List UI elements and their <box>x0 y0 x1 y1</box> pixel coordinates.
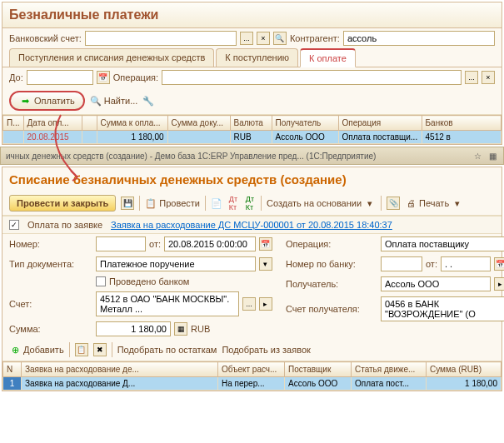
tab-flows[interactable]: Поступления и списания денежных средств <box>9 48 214 67</box>
pay-button[interactable]: ➡ Оплатить <box>9 91 85 111</box>
post-button[interactable]: 📋 Провести <box>145 197 200 209</box>
from-label: от: <box>149 239 161 249</box>
banknum-field[interactable] <box>381 256 422 271</box>
calendar-icon[interactable]: 📅 <box>259 237 272 251</box>
bank-account-field[interactable] <box>85 31 237 46</box>
doctype-label: Тип документа: <box>9 259 92 269</box>
search-icon: 🔍 <box>90 95 102 107</box>
list-icon[interactable]: 📄 <box>211 197 222 209</box>
bank-processed-label: Проведено банком <box>109 276 189 286</box>
bankfrom-label: от: <box>426 259 437 269</box>
delete-icon[interactable]: ✖ <box>93 343 107 356</box>
sum-label: Сумма: <box>9 324 92 334</box>
bankfrom-field[interactable]: . . <box>441 256 491 271</box>
operation-field2[interactable]: Оплата поставщику <box>381 236 504 251</box>
window-title-bar: ичных денежных средств (создание) - Демо… <box>0 147 504 165</box>
pick-requests-button[interactable]: Подобрать из заявок <box>222 345 310 355</box>
bankfrom-calendar-icon[interactable]: 📅 <box>494 257 504 271</box>
bank-processed-checkbox[interactable] <box>96 276 106 286</box>
table-row[interactable]: 1 Заявка на расходование Д... На перер..… <box>3 377 502 391</box>
account-label: Счет: <box>9 299 92 309</box>
op-ellipsis[interactable]: ... <box>465 71 478 84</box>
col-n[interactable]: N <box>3 362 22 377</box>
doctype-dropdown[interactable]: ▾ <box>259 257 272 271</box>
banknum-label: Номер по банку: <box>286 259 377 269</box>
col-operation[interactable]: Операция <box>338 116 422 131</box>
counterparty-label: Контрагент: <box>290 33 340 43</box>
dt2-icon[interactable]: ДтКт <box>244 197 256 209</box>
col-p[interactable]: П... <box>3 116 24 131</box>
col-object[interactable]: Объект расч... <box>218 362 285 377</box>
counterparty-field[interactable]: ассоль <box>343 31 495 46</box>
tab-to-pay[interactable]: К оплате <box>300 48 356 67</box>
operation-label2: Операция: <box>286 239 377 249</box>
date-field[interactable]: 20.08.2015 0:00:00 <box>164 236 256 251</box>
arrow-right-icon: ➡ <box>19 95 31 107</box>
sum-calc-icon[interactable]: ▦ <box>174 322 187 336</box>
print-icon: 🖨 <box>405 197 417 209</box>
window-title-text: ичных денежных средств (создание) - Демо… <box>6 152 376 161</box>
number-label: Номер: <box>9 239 92 249</box>
grid-icon[interactable]: ▦ <box>487 150 498 162</box>
do-label: До: <box>9 72 23 82</box>
post-icon: 📋 <box>145 197 157 209</box>
lines-table: N Заявка на расходование де... Объект ра… <box>2 361 502 391</box>
bank-search[interactable]: 🔍 <box>273 32 287 45</box>
col-request[interactable]: Заявка на расходование де... <box>22 362 218 377</box>
col-bank[interactable]: Банков <box>422 116 501 131</box>
bank-clear[interactable]: × <box>257 32 270 45</box>
tab-incoming[interactable]: К поступлению <box>216 48 298 67</box>
doctype-field[interactable]: Платежное поручение <box>96 256 256 271</box>
chevron-down-icon: ▾ <box>452 197 463 209</box>
do-field[interactable] <box>27 70 93 85</box>
account-open[interactable]: ▸ <box>259 297 272 311</box>
pay-by-request-checkbox[interactable]: ✓ <box>9 220 19 230</box>
save-close-button[interactable]: Провести и закрыть <box>9 195 116 212</box>
table-row[interactable]: 20.08.2015 1 180,00 RUB Ассоль ООО Оплат… <box>3 131 502 144</box>
request-link[interactable]: Заявка на расходование ДС МСЦУ-000001 от… <box>111 220 392 230</box>
recip-account-field[interactable]: 0456 в БАНК "ВОЗРОЖДЕНИЕ" (О <box>381 296 504 321</box>
account-field[interactable]: 4512 в ОАО "БАНК МОСКВЫ". Металл ... <box>96 291 239 316</box>
create-based-button[interactable]: Создать на основании▾ <box>267 197 376 209</box>
favorite-icon[interactable]: ☆ <box>472 150 483 162</box>
recipient-field[interactable]: Ассоль ООО <box>381 276 491 291</box>
operation-field[interactable] <box>162 70 462 85</box>
bank-ellipsis[interactable]: ... <box>240 32 253 45</box>
pay-by-request-label: Оплата по заявке <box>27 220 102 230</box>
pay-button-label: Оплатить <box>34 96 75 106</box>
recipient-open[interactable]: ▸ <box>494 277 504 291</box>
col-sum[interactable]: Сумма (RUB) <box>427 362 502 377</box>
col-currency[interactable]: Валюта <box>230 116 272 131</box>
top-title: Безналичные платежи <box>2 2 502 28</box>
find-button[interactable]: 🔍 Найти... <box>90 95 138 107</box>
bottom-panel: Списание безналичных денежных средств (с… <box>2 167 502 391</box>
dt-icon[interactable]: ДтКт <box>227 197 239 209</box>
col-blank[interactable] <box>82 116 97 131</box>
col-supplier[interactable]: Поставщик <box>285 362 352 377</box>
recip-account-label: Счет получателя: <box>286 304 377 314</box>
copy-icon[interactable]: 📋 <box>75 343 88 356</box>
add-button[interactable]: ⊕ Добавить <box>9 344 64 356</box>
recipient-label: Получатель: <box>286 279 377 289</box>
settings-icon[interactable]: 🔧 <box>142 95 154 107</box>
save-icon[interactable]: 💾 <box>121 197 134 210</box>
col-article[interactable]: Статья движе... <box>352 362 427 377</box>
col-sum-pay[interactable]: Сумма к опла... <box>97 116 167 131</box>
number-field[interactable] <box>96 236 146 251</box>
sum-currency: RUB <box>191 324 210 334</box>
print-button[interactable]: 🖨 Печать▾ <box>405 197 463 209</box>
col-date[interactable]: Дата опл... <box>23 116 82 131</box>
do-calendar-icon[interactable]: 📅 <box>97 71 110 84</box>
sum-field[interactable]: 1 180,00 <box>96 321 171 336</box>
op-clear[interactable]: × <box>482 71 495 84</box>
col-recipient[interactable]: Получатель <box>272 116 338 131</box>
attach-icon[interactable]: 📎 <box>387 197 400 210</box>
col-sum-doc[interactable]: Сумма доку... <box>167 116 230 131</box>
top-panel: Безналичные платежи Банковский счет: ...… <box>2 2 502 145</box>
tabs: Поступления и списания денежных средств … <box>2 48 502 67</box>
bank-account-label: Банковский счет: <box>9 33 82 43</box>
account-ellipsis[interactable]: ... <box>242 297 256 311</box>
add-icon: ⊕ <box>9 344 21 356</box>
chevron-down-icon: ▾ <box>364 197 376 209</box>
pick-remains-button[interactable]: Подобрать по остаткам <box>117 345 217 355</box>
